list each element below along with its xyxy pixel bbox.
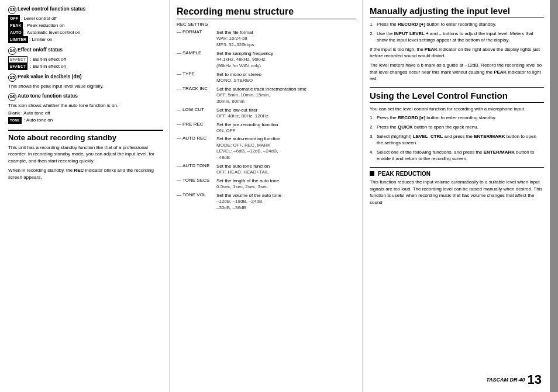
levelctrl-intro: You can set the level control function f… [370, 106, 544, 113]
step-text-1: Press the RECORD [●] button to enter rec… [377, 21, 544, 28]
menu-val-tonesecs: Set the length of the auto tone 0.5sec, … [216, 178, 356, 190]
rec-bold: REC [74, 168, 84, 173]
menu-row-tonevol: TONE VOL Set the volume of the auto tone… [177, 192, 356, 211]
brand-label: TASCAM DR-40 [486, 377, 525, 383]
rec-menu-title: Recording menu structure [177, 6, 356, 19]
section-divider-1 [370, 87, 544, 88]
peak-reduction-body: This function reduces the input volume a… [370, 179, 544, 206]
badge-limiter: LIMITER [8, 36, 28, 43]
item-num-15: 15 [8, 74, 16, 82]
badge-effect-on-label: : Built-in effect on [30, 64, 66, 69]
menu-row-format: FORMAT Set the file format WAV: 16/24-bi… [177, 29, 356, 48]
square-bullet-icon [370, 171, 374, 176]
menu-val-sample: Set the sampling frequency 44.1kHz, 48kH… [216, 50, 356, 70]
manually-body2: The level meters have a b mark as a guid… [370, 62, 544, 82]
menu-val-lowcut: Set the low-cut filter OFF, 40Hz, 80Hz, … [216, 107, 356, 120]
item-num-14: 14 [8, 47, 16, 55]
badge-effect-off: EFFECT [8, 56, 27, 63]
lc-step-text-2: Press the QUICK button to open the quick… [377, 124, 544, 131]
item-15: 15 Peak value in decibels (dB) This show… [8, 74, 163, 89]
lc-step-num-2: 2. [370, 124, 377, 131]
levelctrl-step-1: 1. Press the RECORD [●] button to enter … [370, 115, 544, 122]
menu-key-autotone: AUTO TONE [177, 163, 216, 168]
menu-key-lowcut: LOW CUT [177, 107, 216, 112]
badge-effect-on: EFFECT [8, 63, 27, 70]
lc-step-num-3: 3. [370, 133, 377, 147]
menu-val-autotone: Set the auto tone function OFF, HEAD, HE… [216, 163, 356, 176]
menu-val-format: Set the file format WAV: 16/24-bitMP3: 3… [216, 29, 356, 48]
note-para2: When in recording standby, the REC indic… [8, 167, 163, 181]
item-title-15: Peak value in decibels (dB) [18, 74, 82, 79]
levelctrl-steps: 1. Press the RECORD [●] button to enter … [370, 115, 544, 162]
menu-row-autotone: AUTO TONE Set the auto tone function OFF… [177, 163, 356, 176]
column-1: 13 Level control function status OFF: Le… [0, 0, 170, 392]
lc-step-text-3: Select (highlight) LEVEL CTRL and press … [377, 133, 544, 147]
step-num-2: 2. [370, 30, 377, 44]
levelctrl-step-2: 2. Press the QUICK button to open the qu… [370, 124, 544, 131]
levelctrl-step-3: 3. Select (highlight) LEVEL CTRL and pre… [370, 133, 544, 147]
menu-key-trackinc: TRACK INC [177, 86, 216, 91]
step-text-2: Use the INPUT LEVEL + and – buttons to a… [377, 30, 544, 44]
tone-off-entry: Blank : Auto tone off [8, 110, 163, 116]
note-para1: This unit has a recording standby functi… [8, 144, 163, 165]
menu-row-type: TYPE Set to mono or stereo MONO, STEREO [177, 71, 356, 84]
menu-val-autorec: Set the auto-recording function MODE: OF… [216, 136, 356, 161]
menu-val-type: Set to mono or stereo MONO, STEREO [216, 71, 356, 84]
item-title-14: Effect on/off status [18, 47, 63, 53]
item-14: 14 Effect on/off status EFFECT : Built-i… [8, 47, 163, 70]
manually-step-1: 1. Press the RECORD [●] button to enter … [370, 21, 544, 28]
page-footer: TASCAM DR-40 13 [486, 372, 542, 387]
page-number: 13 [528, 372, 542, 387]
item-num-13: 13 [8, 6, 16, 14]
menu-key-format: FORMAT [177, 29, 216, 34]
manually-body1: If the input is too high, the PEAK indic… [370, 46, 544, 60]
menu-val-prerec: Set the pre-recording function ON, OFF [216, 122, 356, 134]
section-divider-2 [370, 167, 544, 168]
item-title-16: Auto tone function status [18, 93, 78, 99]
badge-off: OFF [8, 15, 20, 22]
lc-step-text-4: Select one of the following functions, a… [377, 149, 544, 162]
menu-row-lowcut: LOW CUT Set the low-cut filter OFF, 40Hz… [177, 107, 356, 120]
peak-reduction-title: PEAK REDUCTION [370, 171, 544, 177]
rec-setting-label: REC SETTING [177, 22, 356, 27]
lc-step-num-1: 1. [370, 115, 377, 122]
menu-key-autorec: AUTO REC [177, 136, 216, 141]
menu-row-tonesecs: TONE SECS Set the length of the auto ton… [177, 178, 356, 190]
badge-peak-label: : Peak reduction on [24, 23, 64, 28]
badge-peak: PEAK [8, 22, 23, 29]
lc-step-num-4: 4. [370, 149, 377, 162]
badge-auto: AUTO [8, 29, 23, 36]
manually-step-2: 2. Use the INPUT LEVEL + and – buttons t… [370, 30, 544, 44]
menu-val-trackinc: Set the automatic track incrementation t… [216, 86, 356, 105]
menu-key-tonevol: TONE VOL [177, 192, 216, 197]
manually-steps: 1. Press the RECORD [●] button to enter … [370, 21, 544, 44]
menu-key-tonesecs: TONE SECS [177, 178, 216, 183]
tone-on-entry: TONE : Auto tone on [8, 117, 163, 124]
note-title: Note about recording standby [8, 133, 163, 142]
menu-val-tonevol: Set the volume of the auto tone –12dB, –… [216, 192, 356, 211]
note-recording-standby: Note about recording standby This unit h… [8, 130, 163, 181]
lc-step-text-1: Press the RECORD [●] button to enter rec… [377, 115, 544, 122]
levelctrl-step-4: 4. Select one of the following functions… [370, 149, 544, 162]
badge-limiter-label: : Limiter on [29, 37, 53, 42]
column-2: Recording menu structure REC SETTING FOR… [170, 0, 363, 392]
item-15-body: This shows the peak input level value di… [8, 84, 104, 89]
item-16-body: This icon shows whether the auto tone fu… [8, 103, 118, 108]
menu-key-type: TYPE [177, 71, 216, 77]
menu-row-autorec: AUTO REC Set the auto-recording function… [177, 136, 356, 161]
step-num-1: 1. [370, 21, 377, 28]
item-13: 13 Level control function status OFF: Le… [8, 6, 163, 43]
item-title-13: Level control function status [18, 6, 85, 12]
badge-effect-off-label: : Built-in effect off [30, 57, 66, 62]
menu-table: FORMAT Set the file format WAV: 16/24-bi… [177, 29, 356, 211]
badge-off-label: : Level control off [21, 16, 57, 21]
item-16: 16 Auto tone function status This icon s… [8, 93, 163, 123]
column-3: Manually adjusting the input level 1. Pr… [363, 0, 550, 392]
section-levelctrl-title: Using the Level Control Function [370, 91, 544, 103]
menu-row-trackinc: TRACK INC Set the automatic track increm… [177, 86, 356, 105]
badge-tone-label: : Auto tone on [24, 117, 53, 123]
menu-row-sample: SAMPLE Set the sampling frequency 44.1kH… [177, 50, 356, 70]
peak-reduction-label: PEAK REDUCTION [378, 171, 430, 177]
item-num-16: 16 [8, 93, 16, 101]
badge-auto-label: : Automatic level control on [25, 30, 81, 35]
